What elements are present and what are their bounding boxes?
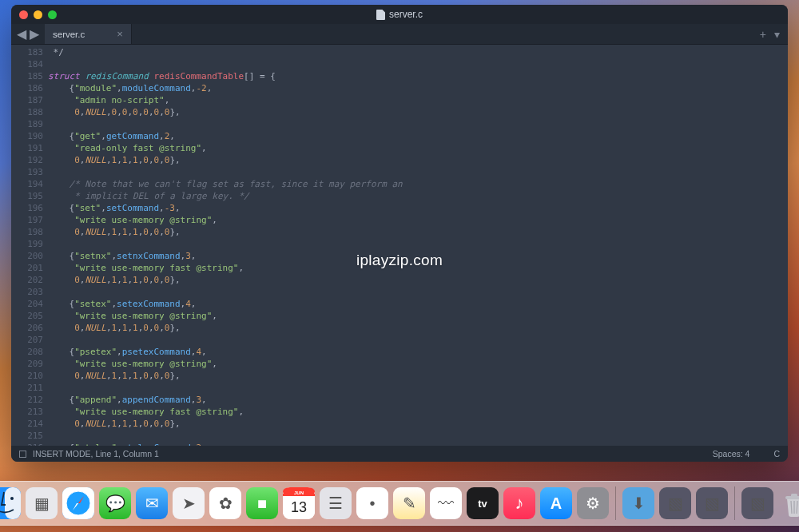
- nav-back-icon[interactable]: ◀: [16, 29, 27, 40]
- dock-settings-icon[interactable]: ⚙: [577, 487, 609, 519]
- dock-music-icon[interactable]: ♪: [503, 487, 535, 519]
- dock-notes-icon[interactable]: ✎: [393, 487, 425, 519]
- dock-tv-icon[interactable]: tv: [467, 487, 499, 519]
- dock-finder-icon[interactable]: [0, 487, 21, 519]
- close-window-button[interactable]: [19, 10, 28, 19]
- dock-downloads-icon[interactable]: ⬇: [622, 487, 654, 519]
- maximize-window-button[interactable]: [48, 10, 57, 19]
- tab-server-c[interactable]: server.c ×: [45, 24, 132, 44]
- status-mode: INSERT MODE, Line 1, Column 1: [33, 449, 159, 459]
- svg-rect-1: [5, 487, 21, 519]
- dock-photos-icon[interactable]: ✿: [209, 487, 241, 519]
- dock-screenshot3-icon[interactable]: ▧: [741, 487, 773, 519]
- watermark-text: iplayzip.com: [356, 252, 443, 269]
- dock-screenshot2-icon[interactable]: ▧: [696, 487, 728, 519]
- window-title-text: server.c: [389, 9, 423, 20]
- code-content[interactable]: */ struct redisCommand redisCommandTable…: [48, 45, 788, 446]
- dock-separator: [734, 486, 735, 520]
- nav-forward-icon[interactable]: ▶: [29, 29, 40, 40]
- dock-messages-icon[interactable]: 💬: [99, 487, 131, 519]
- dock-launchpad-icon[interactable]: ▦: [26, 487, 58, 519]
- dock-freeform-icon[interactable]: 〰: [430, 487, 462, 519]
- new-tab-icon[interactable]: +: [760, 28, 766, 41]
- svg-text:13: 13: [291, 499, 307, 515]
- file-icon: [376, 10, 385, 20]
- tab-nav: ◀ ▶: [11, 24, 45, 44]
- dock-calendar-icon[interactable]: JUN13: [283, 487, 315, 519]
- dock-maps-icon[interactable]: ➤: [173, 487, 205, 519]
- dock-screenshot1-icon[interactable]: ▧: [659, 487, 691, 519]
- close-tab-icon[interactable]: ×: [117, 28, 123, 40]
- window-title: server.c: [11, 9, 788, 20]
- tab-label: server.c: [53, 30, 85, 39]
- status-language[interactable]: C: [773, 449, 780, 459]
- desktop: server.c ◀ ▶ server.c × + ▾ 183 184 185 …: [0, 0, 799, 532]
- status-spaces[interactable]: Spaces: 4: [713, 449, 750, 459]
- svg-text:JUN: JUN: [294, 490, 304, 495]
- dock-separator: [615, 486, 616, 520]
- tab-overflow-icon[interactable]: ▾: [774, 28, 780, 41]
- dock: ▦💬✉➤✿■JUN13☰•✎〰tv♪A⚙⬇▧▧▧: [0, 481, 799, 526]
- status-bar: INSERT MODE, Line 1, Column 1 Spaces: 4 …: [11, 446, 788, 462]
- tab-bar: ◀ ▶ server.c × + ▾: [11, 24, 788, 45]
- svg-rect-21: [791, 494, 797, 497]
- minimize-window-button[interactable]: [34, 10, 42, 19]
- line-number-gutter: 183 184 185 186 187 188 189 190 191 192 …: [11, 45, 48, 446]
- dock-mail-icon[interactable]: ✉: [136, 487, 168, 519]
- dock-safari-icon[interactable]: [62, 487, 94, 519]
- traffic-lights: [19, 10, 57, 19]
- dock-reminders-icon[interactable]: •: [356, 487, 388, 519]
- status-indicator-icon[interactable]: [19, 451, 26, 458]
- dock-trash-icon[interactable]: [778, 487, 799, 519]
- dock-appstore-icon[interactable]: A: [540, 487, 572, 519]
- dock-facetime-icon[interactable]: ■: [246, 487, 278, 519]
- editor-window: server.c ◀ ▶ server.c × + ▾ 183 184 185 …: [11, 5, 788, 462]
- titlebar[interactable]: server.c: [11, 5, 788, 24]
- editor-area[interactable]: 183 184 185 186 187 188 189 190 191 192 …: [11, 45, 788, 446]
- dock-contacts-icon[interactable]: ☰: [320, 487, 352, 519]
- svg-point-3: [10, 497, 14, 500]
